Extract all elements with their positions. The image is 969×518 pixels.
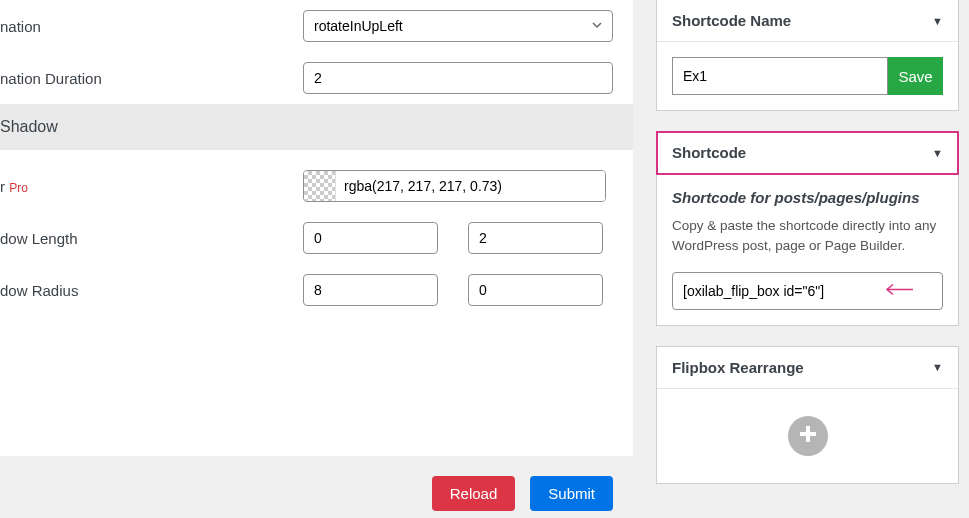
main-settings-panel: nation rotateInUpLeft nation Duration Sh… — [0, 0, 633, 518]
shortcode-name-input[interactable] — [672, 57, 888, 95]
animation-duration-input[interactable] — [303, 62, 613, 94]
submit-button[interactable]: Submit — [530, 476, 613, 511]
shadow-length-row: dow Length — [0, 212, 633, 264]
form-buttons-row: Reload Submit — [0, 456, 633, 518]
flipbox-rearrange-body — [657, 389, 958, 483]
shadow-length-x-input[interactable] — [303, 222, 438, 254]
shadow-radius-blur-input[interactable] — [303, 274, 438, 306]
animation-row: nation rotateInUpLeft — [0, 0, 633, 52]
color-swatch-icon[interactable] — [304, 171, 336, 201]
animation-duration-label: nation Duration — [0, 70, 303, 87]
shadow-length-y-input[interactable] — [468, 222, 603, 254]
add-flipbox-button[interactable] — [788, 416, 828, 456]
animation-label: nation — [0, 18, 303, 35]
animation-duration-row: nation Duration — [0, 52, 633, 104]
reload-button[interactable]: Reload — [432, 476, 516, 511]
flipbox-rearrange-header[interactable]: Flipbox Rearrange ▼ — [657, 347, 958, 389]
shadow-radius-spread-input[interactable] — [468, 274, 603, 306]
shortcode-sublabel: Shortcode for posts/pages/plugins — [672, 189, 943, 206]
animation-select-wrap: rotateInUpLeft — [303, 10, 613, 42]
shortcode-card: Shortcode ▼ Shortcode for posts/pages/pl… — [656, 131, 959, 326]
shortcode-input-wrap — [672, 272, 943, 310]
shortcode-name-header[interactable]: Shortcode Name ▼ — [657, 0, 958, 42]
shortcode-name-row: Save — [672, 57, 943, 95]
shadow-color-label: r Pro — [0, 178, 303, 195]
shortcode-name-card: Shortcode Name ▼ Save — [656, 0, 959, 111]
shortcode-body: Shortcode for posts/pages/plugins Copy &… — [657, 174, 958, 325]
shortcode-header[interactable]: Shortcode ▼ — [657, 132, 958, 174]
shortcode-output-input[interactable] — [672, 272, 943, 310]
save-button[interactable]: Save — [888, 57, 943, 95]
sidebar: Shortcode Name ▼ Save Shortcode ▼ Shortc… — [656, 0, 959, 504]
shadow-radius-row: dow Radius — [0, 264, 633, 316]
svg-rect-2 — [800, 432, 816, 436]
shadow-length-label: dow Length — [0, 230, 303, 247]
shadow-color-input[interactable] — [336, 171, 605, 201]
shadow-section-header: Shadow — [0, 104, 633, 150]
pro-badge: Pro — [9, 181, 28, 195]
plus-icon — [797, 423, 819, 448]
flipbox-rearrange-title: Flipbox Rearrange — [672, 359, 804, 376]
flipbox-rearrange-card: Flipbox Rearrange ▼ — [656, 346, 959, 484]
shadow-color-row: r Pro — [0, 150, 633, 212]
shortcode-description: Copy & paste the shortcode directly into… — [672, 216, 943, 257]
shortcode-title: Shortcode — [672, 144, 746, 161]
caret-down-icon: ▼ — [932, 147, 943, 159]
shadow-radius-label: dow Radius — [0, 282, 303, 299]
shortcode-name-title: Shortcode Name — [672, 12, 791, 29]
caret-down-icon: ▼ — [932, 361, 943, 373]
shortcode-name-body: Save — [657, 42, 958, 110]
shadow-color-input-wrap — [303, 170, 606, 202]
caret-down-icon: ▼ — [932, 15, 943, 27]
animation-select[interactable]: rotateInUpLeft — [303, 10, 613, 42]
